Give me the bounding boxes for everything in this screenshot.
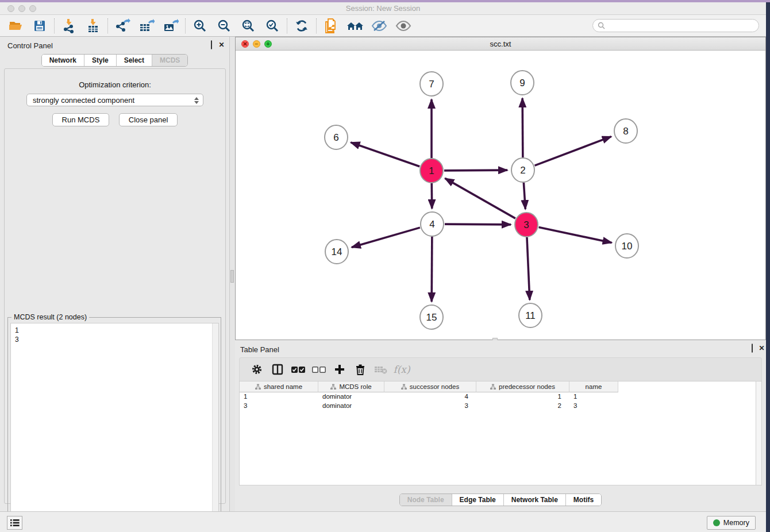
close-panel-icon[interactable]: ✕	[218, 41, 225, 49]
edge-3-1[interactable]	[445, 178, 515, 218]
zoom-out-icon[interactable]	[212, 17, 236, 35]
zoom-selected-icon[interactable]	[260, 17, 284, 35]
graph-node-9[interactable]: 9	[511, 71, 534, 95]
open-session-icon[interactable]	[3, 17, 28, 35]
edge-1-6[interactable]	[351, 142, 419, 167]
graph-node-8[interactable]: 8	[614, 119, 637, 143]
table-tab-node-table[interactable]: Node Table	[400, 494, 452, 506]
graph-node-11[interactable]: 11	[519, 303, 542, 327]
import-table-icon[interactable]	[81, 17, 105, 35]
table-tab-network-table[interactable]: Network Table	[503, 494, 565, 506]
graph-node-15[interactable]: 15	[420, 305, 443, 329]
hide-items-icon[interactable]	[367, 17, 391, 35]
home-icon[interactable]	[343, 17, 367, 35]
table-settings-gear-icon[interactable]	[247, 361, 267, 378]
task-history-button[interactable]	[7, 516, 22, 530]
network-view-window: ✕ − + scc.txt 7968124314101511	[235, 37, 766, 340]
table-toolbar: f(x)	[239, 357, 762, 381]
cell: 4	[384, 392, 476, 402]
tab-style[interactable]: Style	[84, 55, 116, 66]
network-canvas[interactable]: 7968124314101511	[236, 51, 765, 340]
network-window-titlebar[interactable]: ✕ − + scc.txt	[236, 37, 765, 51]
tree-sort-icon	[330, 384, 336, 390]
search-icon	[598, 22, 605, 29]
float-table-panel-icon[interactable]	[748, 345, 756, 352]
window-titlebar: Session: New Session	[0, 2, 766, 15]
graph-node-3[interactable]: 3	[515, 213, 538, 237]
save-session-icon[interactable]	[28, 17, 52, 35]
edge-3-10[interactable]	[539, 228, 612, 243]
mcds-result-textarea[interactable]: 1 3	[10, 323, 219, 532]
tab-network[interactable]: Network	[42, 55, 84, 66]
cell: 3	[384, 402, 476, 411]
deselect-all-icon[interactable]	[309, 361, 329, 378]
main-toolbar	[0, 15, 766, 37]
table-scrollbar[interactable]	[756, 381, 761, 485]
table-row[interactable]: 3dominator323	[240, 402, 761, 411]
table-tabs: Node TableEdge TableNetwork TableMotifs	[399, 494, 602, 506]
svg-text:15: 15	[426, 312, 437, 323]
import-network-icon[interactable]	[57, 17, 81, 35]
graph-node-4[interactable]: 4	[421, 212, 444, 236]
column-header-shared-name[interactable]: shared name	[240, 381, 318, 392]
table-header-row: shared nameMCDS rolesuccessor nodesprede…	[240, 381, 761, 392]
application-window: Session: New Session	[0, 0, 770, 532]
optimization-criterion-label: Optimization criterion:	[5, 80, 225, 89]
table-row[interactable]: 1dominator411	[240, 392, 761, 402]
graph-node-6[interactable]: 6	[325, 125, 348, 149]
edge-4-3[interactable]	[445, 224, 511, 225]
cell: dominator	[318, 402, 384, 411]
list-icon	[10, 519, 20, 527]
panel-splitter[interactable]	[230, 37, 235, 511]
export-network-icon[interactable]	[110, 17, 134, 35]
graph-node-14[interactable]: 14	[325, 240, 348, 264]
toolbar-separator	[54, 18, 55, 33]
close-table-panel-icon[interactable]: ✕	[758, 345, 765, 352]
criterion-dropdown[interactable]: strongly connected component	[26, 94, 203, 106]
split-view-icon[interactable]	[267, 361, 288, 378]
graph-node-1[interactable]: 1	[420, 159, 443, 183]
cell: 1	[569, 392, 618, 402]
delete-table-icon[interactable]	[371, 361, 391, 378]
tab-mcds[interactable]: MCDS	[152, 55, 187, 66]
edge-1-2[interactable]	[444, 170, 507, 171]
float-panel-icon[interactable]	[207, 41, 215, 49]
cell: 1	[476, 392, 569, 402]
graph-node-7[interactable]: 7	[420, 72, 443, 96]
column-header-name[interactable]: name	[569, 381, 618, 392]
run-mcds-button[interactable]: Run MCDS	[52, 113, 110, 126]
memory-button[interactable]: Memory	[707, 516, 756, 530]
edge-3-11[interactable]	[527, 237, 530, 300]
select-all-icon[interactable]	[288, 361, 309, 378]
column-header-successor-nodes[interactable]: successor nodes	[384, 381, 476, 392]
table-tab-edge-table[interactable]: Edge Table	[452, 494, 503, 506]
close-panel-button[interactable]: Close panel	[119, 113, 178, 126]
edge-4-15[interactable]	[432, 237, 432, 302]
search-field[interactable]	[592, 19, 759, 32]
zoom-fit-icon[interactable]	[236, 17, 260, 35]
network-file-icon[interactable]	[319, 17, 343, 35]
column-header-mcds-role[interactable]: MCDS role	[318, 381, 384, 392]
tab-select[interactable]: Select	[116, 55, 152, 66]
toolbar-separator	[185, 18, 186, 33]
desktop-background-right	[766, 2, 770, 532]
export-image-icon[interactable]	[159, 17, 183, 35]
edge-2-3[interactable]	[523, 183, 525, 209]
add-column-icon[interactable]	[329, 361, 350, 378]
show-items-icon[interactable]	[391, 17, 415, 35]
graph-node-10[interactable]: 10	[615, 234, 638, 258]
refresh-icon[interactable]	[290, 17, 314, 35]
table-tab-motifs[interactable]: Motifs	[565, 494, 601, 506]
zoom-in-icon[interactable]	[188, 17, 212, 35]
svg-text:4: 4	[429, 219, 434, 230]
export-table-icon[interactable]	[134, 17, 159, 35]
edge-4-14[interactable]	[352, 228, 420, 247]
search-input[interactable]	[605, 22, 759, 30]
edge-2-9[interactable]	[522, 98, 523, 157]
delete-column-icon[interactable]	[350, 361, 371, 378]
splitter-handle[interactable]	[230, 270, 234, 283]
edge-2-8[interactable]	[535, 137, 611, 166]
result-scrollbar[interactable]	[212, 323, 218, 532]
column-header-predecessor-nodes[interactable]: predecessor nodes	[476, 381, 569, 392]
graph-node-2[interactable]: 2	[511, 158, 534, 182]
